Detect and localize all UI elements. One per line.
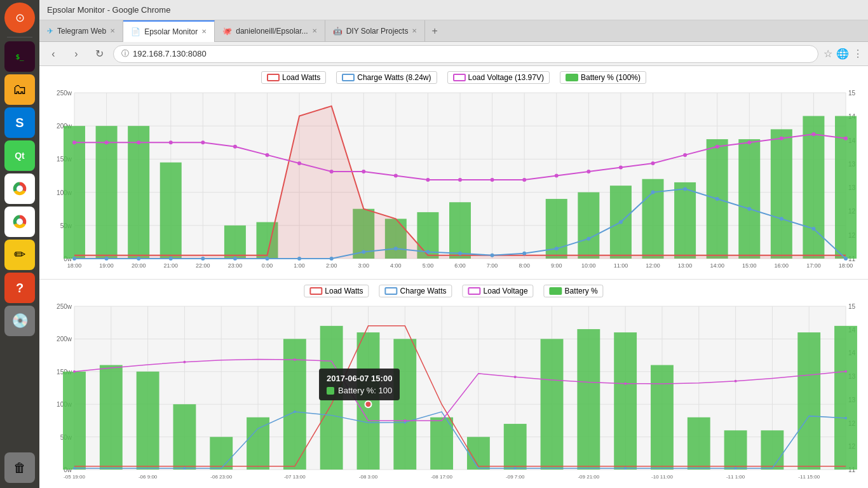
svg-point-3	[17, 219, 23, 225]
taskbar-icon-skype[interactable]: S	[4, 107, 35, 138]
svg-text:-06 9:00: -06 9:00	[139, 474, 158, 480]
svg-text:200w: 200w	[57, 336, 72, 342]
taskbar-icon-text-editor[interactable]: ✏	[4, 240, 35, 270]
chart1-legend: Load Watts Charge Watts (8.24w) Load Vol…	[261, 71, 646, 84]
taskbar-icon-chrome1[interactable]	[4, 173, 35, 204]
svg-rect-84	[449, 202, 471, 259]
svg-text:5:00: 5:00	[423, 262, 434, 269]
svg-text:17:00: 17:00	[806, 262, 821, 269]
svg-text:-08 17:00: -08 17:00	[431, 474, 452, 480]
tab-bar: ✈ Telegram Web ✕ 📄 Epsolar Monitor ✕ 🐙 d…	[39, 20, 868, 42]
svg-text:-08 3:00: -08 3:00	[359, 474, 378, 480]
url-box[interactable]: ⓘ 192.168.7.130:8080	[113, 45, 818, 63]
taskbar-icon-help[interactable]: ?	[4, 273, 35, 303]
chart2-legend-load-voltage-label: Load Voltage	[484, 287, 528, 295]
svg-text:3:00: 3:00	[358, 262, 369, 269]
tab-epsolar-label: Epsolar Monitor	[144, 27, 198, 36]
taskbar-icon-qt[interactable]: Qt	[4, 140, 35, 171]
window-title-bar: Epsolar Monitor - Google Chrome	[39, 0, 868, 20]
svg-text:-11 15:00: -11 15:00	[798, 474, 820, 480]
svg-text:2:00: 2:00	[326, 262, 337, 269]
svg-text:18:00: 18:00	[839, 262, 853, 269]
chart-2: Load Watts Charge Watts Load Voltage Bat…	[39, 280, 868, 488]
svg-rect-206	[320, 326, 343, 470]
tab-telegram-close[interactable]: ✕	[110, 27, 115, 34]
svg-text:9:00: 9:00	[551, 262, 562, 269]
svg-rect-76	[96, 126, 118, 259]
tab-epsolar-close[interactable]: ✕	[201, 28, 207, 35]
chart2-legend-battery-pct[interactable]: Battery %	[544, 285, 604, 297]
url-text: 192.168.7.130:8080	[133, 49, 207, 58]
menu-icon[interactable]: ⋮	[853, 48, 863, 60]
chart2-legend-battery-pct-label: Battery %	[565, 287, 598, 295]
back-button[interactable]: ‹	[44, 45, 62, 63]
forward-button[interactable]: ›	[67, 45, 85, 63]
translate-icon[interactable]: 🌐	[836, 48, 849, 60]
taskbar-icon-terminal[interactable]: $_	[4, 41, 35, 72]
tab-reddit[interactable]: 🤖 DIY Solar Projects ✕	[325, 20, 426, 42]
svg-text:4:00: 4:00	[390, 262, 402, 269]
svg-rect-217	[724, 430, 747, 470]
address-bar-icons: ☆ 🌐 ⋮	[824, 48, 863, 60]
svg-rect-215	[651, 365, 674, 470]
svg-text:-10 11:00: -10 11:00	[651, 474, 673, 480]
svg-rect-214	[614, 332, 637, 470]
taskbar-separator	[7, 37, 32, 37]
legend-load-watts[interactable]: Load Watts	[261, 71, 326, 84]
taskbar-icon-chrome2[interactable]	[4, 207, 35, 237]
tab-github[interactable]: 🐙 danieloneill/Epsolar... ✕	[215, 20, 325, 42]
main-window: Epsolar Monitor - Google Chrome ✈ Telegr…	[39, 0, 868, 488]
taskbar-icon-ubuntu[interactable]: ⊙	[4, 3, 35, 33]
svg-rect-216	[688, 417, 710, 470]
svg-text:18:00: 18:00	[67, 262, 82, 269]
svg-point-1	[17, 186, 23, 192]
legend-charge-watts[interactable]: Charge Watts (8.24w)	[336, 71, 437, 84]
svg-text:-05 19:00: -05 19:00	[64, 474, 85, 480]
taskbar-icon-files[interactable]: 🗂	[4, 74, 35, 105]
svg-text:-06 23:00: -06 23:00	[210, 474, 232, 480]
svg-rect-201	[137, 372, 159, 470]
tab-github-close[interactable]: ✕	[312, 27, 317, 34]
svg-rect-213	[577, 329, 600, 470]
svg-text:15:00: 15:00	[742, 262, 757, 269]
svg-text:0:00: 0:00	[262, 262, 273, 269]
window-title: Epsolar Monitor - Google Chrome	[39, 5, 178, 15]
address-bar: ‹ › ↻ ⓘ 192.168.7.130:8080 ☆ 🌐 ⋮	[39, 42, 868, 66]
svg-text:14:00: 14:00	[710, 262, 724, 269]
svg-text:11:00: 11:00	[614, 262, 628, 269]
svg-rect-77	[128, 126, 149, 259]
legend-battery-pct[interactable]: Battery % (100%)	[560, 71, 646, 84]
svg-rect-212	[541, 339, 564, 470]
reload-button[interactable]: ↻	[90, 45, 108, 63]
svg-text:-11 1:00: -11 1:00	[726, 474, 745, 480]
chart2-legend-charge-watts-label: Charge Watts	[400, 287, 447, 295]
tab-telegram[interactable]: ✈ Telegram Web ✕	[39, 20, 123, 42]
taskbar-icon-trash[interactable]: 🗑	[4, 452, 35, 483]
bookmark-icon[interactable]: ☆	[824, 48, 832, 60]
tab-new[interactable]: +	[425, 20, 444, 42]
svg-text:21:00: 21:00	[163, 262, 178, 269]
svg-rect-218	[761, 430, 783, 470]
tab-github-icon: 🐙	[222, 27, 232, 36]
tab-reddit-icon: 🤖	[333, 27, 342, 36]
legend-load-voltage[interactable]: Load Voltage (13.97V)	[447, 71, 550, 84]
svg-rect-220	[834, 326, 857, 470]
tab-reddit-close[interactable]: ✕	[412, 27, 417, 34]
svg-rect-79	[224, 226, 246, 259]
svg-rect-203	[210, 437, 233, 470]
svg-text:19:00: 19:00	[99, 262, 114, 269]
legend-load-voltage-label: Load Voltage (13.97V)	[468, 73, 544, 82]
chart2-legend-charge-watts[interactable]: Charge Watts	[379, 285, 452, 297]
svg-text:10:00: 10:00	[581, 262, 596, 269]
tab-epsolar[interactable]: 📄 Epsolar Monitor ✕	[123, 20, 215, 42]
legend-charge-watts-label: Charge Watts (8.24w)	[357, 73, 431, 82]
chart2-svg: -05 19:00-06 9:00-06 23:00-07 13:00-08 3…	[39, 280, 868, 488]
svg-point-237	[365, 401, 371, 407]
chart2-legend-load-watts[interactable]: Load Watts	[304, 285, 369, 297]
svg-rect-86	[578, 193, 599, 259]
chart2-legend-load-voltage[interactable]: Load Voltage	[463, 285, 534, 297]
svg-text:20:00: 20:00	[132, 262, 146, 269]
taskbar-icon-disk[interactable]: 💿	[4, 306, 35, 336]
chart2-legend-load-watts-label: Load Watts	[325, 287, 363, 295]
tab-telegram-icon: ✈	[47, 27, 53, 36]
